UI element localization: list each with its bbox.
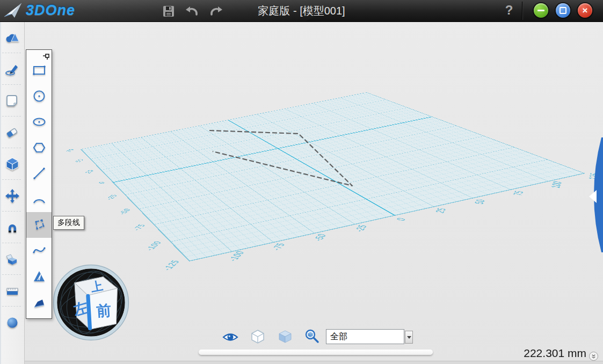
- grid-x-axis: [113, 117, 432, 183]
- move-icon: [5, 189, 19, 203]
- view-cube-face-top[interactable]: 上: [89, 279, 104, 294]
- grid-left-axis-label: 0: [88, 181, 107, 190]
- sidebar-item-plane[interactable]: [0, 85, 24, 117]
- polygon-icon: [32, 140, 47, 155]
- grid-bottom-axis-label: 25: [431, 205, 451, 216]
- sidebar-item-solid[interactable]: [0, 148, 24, 180]
- pin-icon: [43, 53, 49, 60]
- close-icon: ×: [583, 6, 588, 15]
- rectangle-icon: [32, 63, 47, 78]
- paper-plane-icon: [3, 2, 23, 19]
- save-button[interactable]: [161, 4, 176, 18]
- grid-y-axis: [228, 120, 395, 216]
- app-logo: 3DOne: [3, 2, 75, 19]
- sidebar-item-sketch[interactable]: [0, 53, 24, 85]
- redo-button[interactable]: [208, 4, 223, 18]
- sidebar-item-snap[interactable]: [0, 212, 24, 243]
- tool-spline[interactable]: [26, 238, 52, 264]
- wireframe-display-button[interactable]: [250, 329, 265, 346]
- solid-cube-icon: [5, 157, 19, 171]
- expand-panel-handle[interactable]: [585, 135, 603, 254]
- grid-bottom-axis-label: -50: [310, 231, 331, 244]
- wireframe-cube-icon: [250, 329, 265, 344]
- title-bar: 3DOne: [0, 0, 603, 22]
- sidebar-item-eraser[interactable]: [0, 117, 24, 148]
- material-sphere-icon: [5, 316, 19, 330]
- collapse-panel-arrow-icon: [589, 190, 597, 203]
- help-button[interactable]: ?: [503, 3, 515, 18]
- tool-polygon[interactable]: [26, 135, 52, 161]
- grid-left-axis-label: 50: [68, 158, 86, 166]
- shaded-cube-icon: [278, 330, 292, 344]
- undo-button[interactable]: [185, 4, 200, 18]
- maximize-icon: [560, 7, 566, 14]
- footer-strip: [0, 361, 603, 364]
- tool-circle[interactable]: [26, 83, 52, 109]
- sidebar-item-measure[interactable]: [0, 275, 24, 307]
- tool-tooltip: 多段线: [53, 216, 84, 230]
- eraser-icon: [5, 126, 19, 140]
- save-icon: [162, 4, 176, 18]
- scale-expand-button[interactable]: [589, 352, 598, 361]
- grid-left-axis-label: 75: [59, 149, 76, 156]
- brand-text: 3DOne: [26, 2, 75, 19]
- line-icon: [32, 166, 47, 181]
- measure-bar-icon: [5, 284, 19, 298]
- tool-arc[interactable]: [26, 186, 52, 212]
- double-chevron-down-icon: [591, 353, 597, 359]
- filter-dropdown[interactable]: 全部: [326, 329, 404, 344]
- shaded-display-button[interactable]: [278, 330, 292, 346]
- sidebar-item-move[interactable]: [0, 180, 24, 212]
- grid-left-axis-label: -25: [100, 194, 119, 203]
- view-cube-face-front[interactable]: 前: [96, 302, 112, 319]
- app-window: 7550250-25-50-75-100-125-100-75-50-25025…: [0, 0, 603, 364]
- grid-bottom-axis-label: -100: [226, 249, 248, 263]
- sketch-tools-panel: [26, 49, 52, 319]
- tool-line[interactable]: [26, 161, 52, 186]
- visibility-button[interactable]: [222, 331, 238, 345]
- visibility-eye-icon: [222, 331, 238, 343]
- tool-prism[interactable]: [26, 264, 52, 289]
- sketch-grid-plane[interactable]: 7550250-25-50-75-100-125-100-75-50-25025…: [81, 92, 585, 261]
- primitives-icon: [5, 31, 19, 44]
- sketch-pen-icon: [5, 62, 19, 76]
- magnet-snap-icon: [5, 221, 19, 234]
- main-sidebar: [0, 21, 25, 364]
- document-title: 家庭版 - [模型001]: [258, 0, 345, 21]
- arc-icon: [32, 192, 47, 207]
- grid-left-axis-label: 25: [78, 170, 96, 178]
- view-cube[interactable]: 上 左 前: [52, 263, 130, 342]
- tool-polyline[interactable]: [26, 212, 52, 238]
- tool-surface[interactable]: [26, 289, 52, 315]
- grid-left-axis-label: -50: [112, 208, 133, 219]
- minimize-icon: [537, 10, 544, 11]
- grid-bottom-axis-label: 50: [471, 196, 490, 207]
- surface-icon: [32, 295, 47, 310]
- sidebar-item-unfold[interactable]: [0, 243, 24, 275]
- grid-bottom-axis-label: 75: [510, 188, 528, 199]
- grid-left-axis-label: -125: [159, 259, 182, 273]
- zoom-search-button[interactable]: [304, 329, 319, 346]
- maximize-button[interactable]: [556, 3, 570, 18]
- tool-ellipse[interactable]: [26, 109, 52, 135]
- grid-bottom-axis-label: -75: [268, 240, 289, 253]
- titlebar-divider: [522, 2, 522, 20]
- ellipse-icon: [32, 114, 47, 129]
- sidebar-item-primitives[interactable]: [0, 21, 24, 53]
- grid-left-axis-label: -100: [142, 241, 164, 253]
- polyline-icon: [32, 217, 47, 232]
- redo-icon: [209, 4, 223, 18]
- circle-icon: [32, 89, 47, 104]
- minimize-button[interactable]: [534, 3, 548, 18]
- prism-icon: [32, 269, 47, 284]
- sidebar-item-material[interactable]: [0, 307, 24, 338]
- close-button[interactable]: ×: [578, 3, 592, 18]
- spline-icon: [32, 243, 47, 258]
- filter-dropdown-arrow[interactable]: [405, 331, 413, 344]
- bottom-handle-bar[interactable]: [199, 350, 433, 355]
- grid-bottom-axis-label: 100: [548, 179, 565, 190]
- zoom-search-icon: [304, 329, 319, 344]
- unfold-box-icon: [5, 252, 19, 266]
- pin-button[interactable]: [43, 52, 49, 62]
- undo-icon: [185, 4, 199, 18]
